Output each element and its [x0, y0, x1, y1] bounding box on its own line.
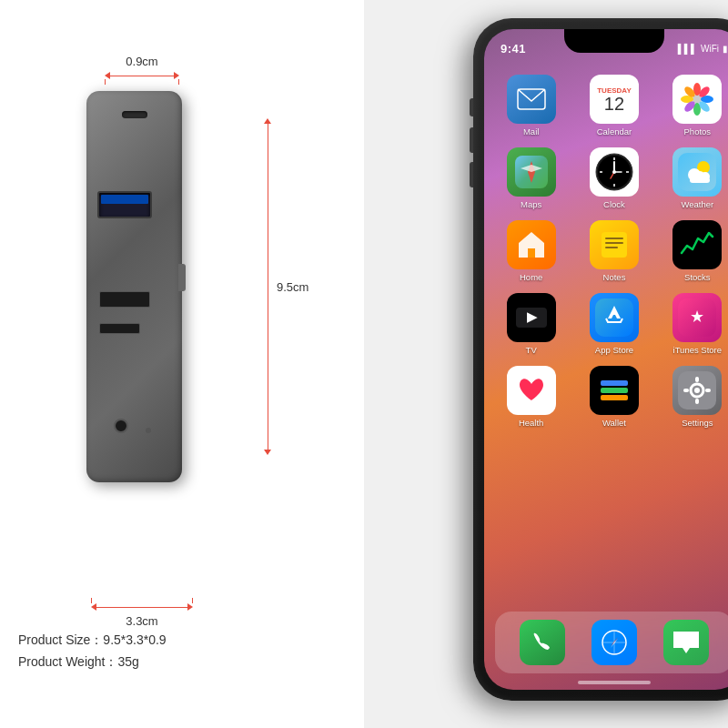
calendar-icon: Tuesday 12 [590, 75, 639, 124]
weather-label: Weather [681, 199, 713, 209]
status-icons: ▌▌▌ WiFi ▮ [678, 44, 728, 54]
dock-messages[interactable] [663, 620, 709, 665]
svg-rect-32 [605, 247, 618, 248]
dimension-height: 9.5cm [264, 91, 308, 482]
phone-icon [520, 620, 565, 665]
app-grid: Mail Tuesday 12 Calendar [484, 67, 728, 435]
app-item-calendar[interactable]: Tuesday 12 Calendar [578, 75, 650, 136]
battery-icon: ▮ [723, 44, 728, 54]
status-time: 9:41 [500, 42, 526, 56]
messages-icon [663, 620, 709, 665]
mail-label: Mail [523, 126, 539, 136]
right-section: 9:41 ▌▌▌ WiFi ▮ Mail [364, 0, 728, 728]
wallet-label: Wallet [602, 418, 626, 428]
dimension-width-bottom: 3.3cm [91, 598, 193, 630]
app-item-settings[interactable]: Settings [662, 366, 728, 428]
svg-rect-52 [705, 389, 711, 392]
mail-icon [507, 75, 556, 124]
calendar-label: Calendar [597, 126, 632, 136]
silent-switch [470, 98, 473, 116]
product-info: Product Size：9.5*3.3*0.9 Product Weight：… [18, 630, 167, 673]
usbc-port [122, 111, 147, 118]
appstore-label: App Store [595, 345, 633, 355]
clock-icon [590, 147, 639, 197]
svg-point-48 [694, 388, 700, 393]
safari-icon [592, 620, 637, 665]
app-item-itunes[interactable]: ★ iTunes Store [662, 293, 728, 355]
photos-label: Photos [684, 126, 712, 136]
home-label: Home [520, 272, 542, 282]
product-size: Product Size：9.5*3.3*0.9 [18, 630, 167, 652]
tv-label: TV [526, 345, 537, 355]
svg-rect-49 [695, 377, 699, 382]
home-icon [507, 220, 556, 269]
cal-day: 12 [604, 95, 624, 113]
svg-rect-37 [595, 298, 633, 337]
svg-rect-43 [601, 380, 628, 386]
svg-rect-26 [690, 177, 710, 183]
app-item-appstore[interactable]: App Store [578, 293, 650, 355]
clock-label: Clock [603, 199, 625, 209]
app-item-notes[interactable]: Notes [578, 220, 650, 282]
svg-point-20 [612, 170, 616, 174]
svg-rect-33 [678, 226, 716, 264]
wallet-icon [590, 366, 639, 415]
itunes-label: iTunes Store [673, 345, 723, 355]
settings-label: Settings [682, 418, 713, 428]
dim-label-09: 0.9cm [105, 55, 179, 68]
app-item-photos[interactable]: Photos [662, 75, 728, 136]
tv-icon: ▶ [507, 293, 556, 342]
health-icon [507, 366, 556, 415]
volume-down-button [470, 162, 473, 187]
photos-icon [672, 75, 722, 124]
app-item-health[interactable]: Health [495, 366, 567, 428]
svg-text:▶: ▶ [526, 309, 537, 324]
notes-label: Notes [603, 272, 626, 282]
home-indicator [578, 681, 651, 684]
maps-label: Maps [521, 199, 541, 209]
weather-icon [672, 147, 722, 197]
led-indicator [146, 428, 151, 433]
app-item-home[interactable]: Home [495, 220, 567, 282]
svg-rect-30 [605, 238, 623, 239]
app-item-maps[interactable]: Maps [495, 147, 567, 209]
dim-label-33: 3.3cm [91, 614, 193, 628]
app-item-stocks[interactable]: Stocks [662, 220, 728, 282]
itunes-icon: ★ [672, 293, 722, 342]
hub-device [86, 91, 182, 482]
app-item-tv[interactable]: ▶ TV [495, 293, 567, 355]
dock-phone[interactable] [520, 620, 565, 665]
notes-icon [590, 220, 639, 269]
app-item-clock[interactable]: Clock [578, 147, 650, 209]
health-label: Health [519, 418, 543, 428]
side-button [178, 264, 186, 291]
dimension-width-top: 0.9cm [105, 55, 179, 85]
dock-safari[interactable] [592, 620, 637, 665]
iphone-screen: 9:41 ▌▌▌ WiFi ▮ Mail [484, 29, 728, 690]
audio-jack [114, 419, 128, 433]
iphone-notch [564, 29, 664, 53]
svg-rect-51 [683, 389, 689, 392]
stocks-label: Stocks [684, 272, 711, 282]
iphone-frame: 9:41 ▌▌▌ WiFi ▮ Mail [473, 18, 728, 701]
svg-rect-45 [601, 395, 628, 400]
svg-rect-44 [601, 388, 628, 393]
microsd-slot [99, 323, 140, 334]
product-weight: Product Weight：35g [18, 652, 167, 673]
usba-port [97, 191, 152, 218]
svg-rect-50 [695, 399, 699, 404]
app-item-weather[interactable]: Weather [662, 147, 728, 209]
maps-icon [507, 147, 556, 197]
app-item-wallet[interactable]: Wallet [578, 366, 650, 428]
sd-slot [99, 291, 150, 308]
stocks-icon [672, 220, 722, 269]
app-item-mail[interactable]: Mail [495, 75, 567, 136]
svg-rect-29 [602, 232, 627, 258]
wifi-icon: WiFi [701, 44, 719, 54]
usba-inner [101, 195, 148, 204]
svg-rect-31 [605, 242, 623, 244]
dim-label-95: 9.5cm [277, 280, 308, 294]
iphone-dock [495, 612, 728, 673]
appstore-icon [590, 293, 639, 342]
volume-up-button [470, 127, 473, 153]
